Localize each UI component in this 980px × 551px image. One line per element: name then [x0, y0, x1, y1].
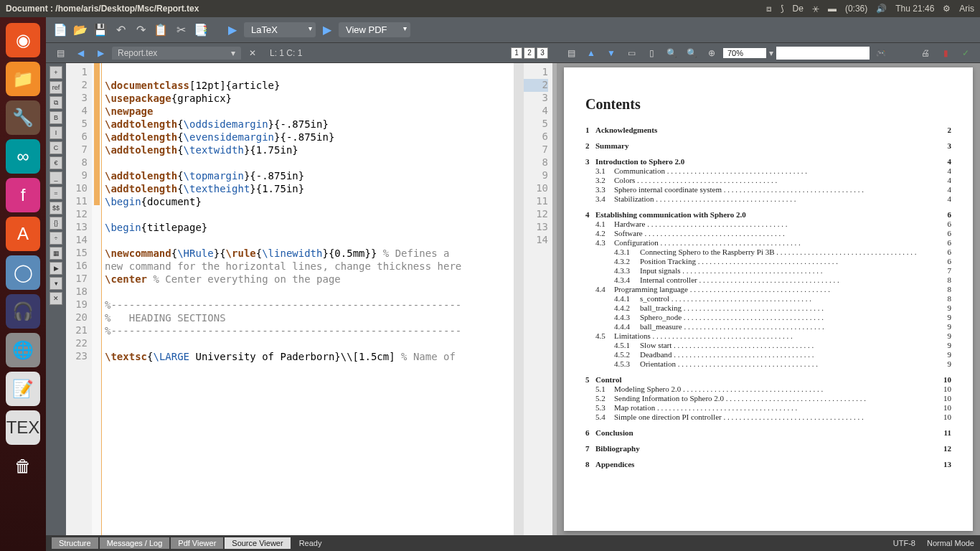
- side-tool-12[interactable]: ▦: [50, 247, 62, 260]
- system-tray: ⧈ ⟆ De ⚹ ▬ (0:36) 🔊 Thu 21:46 ⚙ Aris: [766, 4, 974, 14]
- wifi-icon[interactable]: ⟆: [781, 4, 784, 14]
- side-tool-7[interactable]: _: [50, 171, 62, 184]
- battery-icon[interactable]: ▬: [828, 4, 837, 14]
- tab-bar: ▤ ◀ ▶ Report.tex ▾ ✕ L: 1 C: 1 1 2 3 ▤ ▲…: [46, 43, 980, 63]
- side-tool-0[interactable]: +: [50, 66, 62, 79]
- line-number: 12: [66, 208, 88, 221]
- fit-width-icon[interactable]: ▯: [643, 44, 660, 62]
- side-tool-8[interactable]: =: [50, 187, 62, 199]
- toc-icon[interactable]: ▤: [562, 44, 580, 62]
- check-icon[interactable]: ✓: [957, 44, 974, 62]
- line-number: 3: [66, 92, 88, 105]
- launcher-app-f[interactable]: f: [6, 178, 40, 212]
- code-editor[interactable]: \documentclass[12pt]{article}\usepackage…: [102, 63, 514, 535]
- print-icon[interactable]: 🖨: [917, 44, 934, 62]
- nav-back-icon[interactable]: ◀: [72, 44, 89, 62]
- zoom-reset-icon[interactable]: ⊕: [703, 44, 720, 62]
- main-toolbar: 📄 📂 💾 ↶ ↷ 📋 ✂ 📑 ▶ LaTeX ▶ View PDF: [46, 17, 980, 43]
- app-main: 📄 📂 💾 ↶ ↷ 📋 ✂ 📑 ▶ LaTeX ▶ View PDF ▤ ◀ ▶…: [46, 17, 980, 551]
- side-tool-1[interactable]: ref: [50, 81, 62, 94]
- dropbox-icon[interactable]: ⧈: [766, 4, 772, 14]
- status-tab-pdfviewer[interactable]: Pdf Viewer: [171, 537, 223, 549]
- zoom-level[interactable]: 70%: [723, 48, 766, 58]
- paste-icon[interactable]: 📑: [192, 22, 209, 39]
- side-tool-15[interactable]: ✕: [50, 292, 62, 305]
- status-tab-sourceviewer[interactable]: Source Viewer: [225, 537, 290, 549]
- user-menu[interactable]: Aris: [959, 4, 974, 14]
- page-buttons: 1 2 3: [511, 47, 548, 59]
- line-number: 16: [66, 260, 88, 273]
- launcher-arduino[interactable]: ∞: [6, 139, 40, 174]
- secondary-line-number: 8: [524, 156, 548, 169]
- file-tab[interactable]: Report.tex ▾: [112, 47, 241, 60]
- line-number: 5: [66, 118, 88, 131]
- launcher-files[interactable]: 📁: [6, 62, 40, 96]
- side-tool-3[interactable]: B: [50, 111, 62, 124]
- gear-icon[interactable]: ⚙: [943, 4, 951, 14]
- save-icon[interactable]: 💾: [92, 22, 109, 39]
- side-tool-13[interactable]: ▶: [50, 262, 62, 275]
- fit-page-icon[interactable]: ▭: [623, 44, 640, 62]
- side-tool-14[interactable]: ▾: [50, 277, 62, 290]
- side-tool-11[interactable]: ÷: [50, 232, 62, 245]
- page-down-icon[interactable]: ▼: [603, 44, 620, 62]
- status-tab-messages[interactable]: Messages / Log: [100, 537, 170, 549]
- view-dropdown[interactable]: View PDF: [339, 22, 410, 37]
- side-tool-5[interactable]: C: [50, 141, 62, 154]
- page-btn-1[interactable]: 1: [511, 47, 522, 59]
- build-icon[interactable]: ▶: [224, 22, 241, 39]
- copy-icon[interactable]: 📋: [152, 22, 169, 39]
- clock[interactable]: Thu 21:46: [895, 4, 934, 14]
- status-tab-structure[interactable]: Structure: [52, 537, 98, 549]
- launcher-trash[interactable]: 🗑: [6, 449, 40, 484]
- line-number: 8: [66, 156, 88, 169]
- side-tool-2[interactable]: ⧉: [50, 96, 62, 109]
- undo-icon[interactable]: ↶: [112, 22, 129, 39]
- editor-pane: 1234567891011121314151617181920212223 \d…: [66, 63, 557, 535]
- page-up-icon[interactable]: ▲: [583, 44, 600, 62]
- side-tool-4[interactable]: I: [50, 126, 62, 139]
- bluetooth-icon[interactable]: ⚹: [812, 4, 819, 14]
- search-tool-icon[interactable]: 🎮: [872, 44, 890, 62]
- battery-time: (0:36): [845, 4, 867, 14]
- zoom-out-icon[interactable]: 🔍: [663, 44, 680, 62]
- pdf-search-input[interactable]: [776, 47, 870, 60]
- launcher-audacity[interactable]: 🎧: [6, 294, 40, 329]
- panel-toggle-icon[interactable]: ▤: [52, 44, 69, 62]
- keyboard-indicator[interactable]: De: [793, 4, 804, 14]
- launcher-globe[interactable]: 🌐: [6, 333, 40, 367]
- secondary-line-number: 13: [524, 221, 548, 234]
- page-btn-3[interactable]: 3: [537, 47, 548, 59]
- zoom-in-icon[interactable]: 🔍: [683, 44, 700, 62]
- nav-forward-icon[interactable]: ▶: [92, 44, 109, 62]
- launcher-editor[interactable]: 📝: [6, 372, 40, 406]
- build-dropdown[interactable]: LaTeX: [244, 22, 316, 37]
- launcher-dash[interactable]: ◉: [6, 23, 40, 57]
- side-tool-10[interactable]: {}: [50, 217, 62, 230]
- launcher-chromium[interactable]: ◯: [6, 255, 40, 290]
- close-tab-icon[interactable]: ✕: [244, 44, 261, 62]
- cut-icon[interactable]: ✂: [172, 22, 189, 39]
- second-gutter: 1234567891011121314: [524, 63, 552, 535]
- pdf-preview: Contents 1Acknowledgments22Summary33Intr…: [557, 63, 980, 535]
- redo-icon[interactable]: ↷: [132, 22, 149, 39]
- view-icon[interactable]: ▶: [319, 22, 336, 39]
- pdf-page[interactable]: Contents 1Acknowledgments22Summary33Intr…: [564, 67, 973, 531]
- flag-icon[interactable]: ▮: [937, 44, 954, 62]
- page-btn-2[interactable]: 2: [524, 47, 535, 59]
- line-number: 9: [66, 169, 88, 182]
- side-tool-9[interactable]: $$: [50, 202, 62, 215]
- secondary-line-number: 12: [524, 208, 548, 221]
- new-file-icon[interactable]: 📄: [52, 22, 69, 39]
- line-number: 4: [66, 105, 88, 118]
- side-tool-6[interactable]: €: [50, 156, 62, 169]
- open-file-icon[interactable]: 📂: [72, 22, 89, 39]
- secondary-line-number: 2: [524, 79, 548, 92]
- launcher-software[interactable]: A: [6, 217, 40, 251]
- line-number: 10: [66, 182, 88, 195]
- editor-scrollbar[interactable]: [514, 63, 524, 535]
- status-bar: Structure Messages / Log Pdf Viewer Sour…: [46, 535, 980, 551]
- launcher-texstudio[interactable]: TEX: [6, 410, 40, 445]
- launcher-settings[interactable]: 🔧: [6, 100, 40, 135]
- volume-icon[interactable]: 🔊: [876, 4, 887, 14]
